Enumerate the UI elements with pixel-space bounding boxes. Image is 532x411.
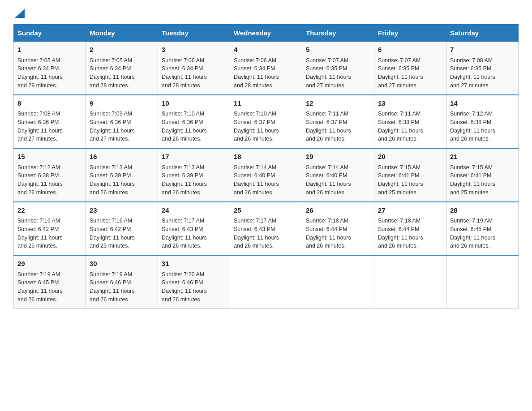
calendar-cell: 2Sunrise: 7:05 AMSunset: 6:34 PMDaylight… bbox=[86, 42, 158, 95]
calendar-body: 1Sunrise: 7:05 AMSunset: 6:34 PMDaylight… bbox=[14, 42, 519, 309]
calendar-cell: 27Sunrise: 7:18 AMSunset: 6:44 PMDayligh… bbox=[374, 202, 446, 256]
day-number: 11 bbox=[234, 98, 298, 109]
day-info: Sunrise: 7:19 AMSunset: 6:45 PMDaylight:… bbox=[17, 271, 63, 303]
day-info: Sunrise: 7:16 AMSunset: 6:42 PMDaylight:… bbox=[90, 218, 135, 249]
header-day-sunday: Sunday bbox=[14, 25, 86, 42]
day-info: Sunrise: 7:14 AMSunset: 6:40 PMDaylight:… bbox=[306, 164, 351, 196]
day-number: 20 bbox=[378, 152, 442, 162]
calendar-cell: 30Sunrise: 7:19 AMSunset: 6:46 PMDayligh… bbox=[86, 255, 158, 308]
calendar-cell: 22Sunrise: 7:16 AMSunset: 6:42 PMDayligh… bbox=[14, 202, 86, 256]
day-number: 16 bbox=[90, 152, 154, 162]
calendar-cell: 23Sunrise: 7:16 AMSunset: 6:42 PMDayligh… bbox=[86, 202, 158, 256]
day-number: 30 bbox=[90, 259, 154, 269]
day-info: Sunrise: 7:13 AMSunset: 6:39 PMDaylight:… bbox=[162, 164, 207, 196]
calendar-cell bbox=[446, 255, 519, 308]
day-info: Sunrise: 7:18 AMSunset: 6:44 PMDaylight:… bbox=[378, 218, 423, 249]
calendar-cell: 11Sunrise: 7:10 AMSunset: 6:37 PMDayligh… bbox=[230, 95, 302, 149]
header-day-wednesday: Wednesday bbox=[230, 25, 302, 42]
calendar-cell bbox=[302, 255, 374, 308]
day-info: Sunrise: 7:10 AMSunset: 6:36 PMDaylight:… bbox=[162, 111, 207, 142]
calendar-cell: 21Sunrise: 7:15 AMSunset: 6:41 PMDayligh… bbox=[446, 148, 519, 202]
day-number: 4 bbox=[234, 45, 298, 55]
day-info: Sunrise: 7:20 AMSunset: 6:46 PMDaylight:… bbox=[162, 271, 207, 303]
day-number: 7 bbox=[450, 45, 515, 55]
day-number: 5 bbox=[306, 45, 370, 55]
day-info: Sunrise: 7:19 AMSunset: 6:45 PMDaylight:… bbox=[450, 218, 495, 249]
calendar-cell: 28Sunrise: 7:19 AMSunset: 6:45 PMDayligh… bbox=[446, 202, 519, 256]
calendar-cell: 4Sunrise: 7:06 AMSunset: 6:34 PMDaylight… bbox=[230, 42, 302, 95]
calendar-cell: 25Sunrise: 7:17 AMSunset: 6:43 PMDayligh… bbox=[230, 202, 302, 256]
calendar-cell: 9Sunrise: 7:09 AMSunset: 6:36 PMDaylight… bbox=[86, 95, 158, 149]
calendar-cell: 5Sunrise: 7:07 AMSunset: 6:35 PMDaylight… bbox=[302, 42, 374, 95]
logo-triangle-icon bbox=[15, 9, 25, 18]
calendar-cell: 14Sunrise: 7:12 AMSunset: 6:38 PMDayligh… bbox=[446, 95, 519, 149]
calendar-cell bbox=[374, 255, 446, 308]
header-day-friday: Friday bbox=[374, 25, 446, 42]
day-number: 24 bbox=[162, 206, 226, 216]
calendar-week-4: 22Sunrise: 7:16 AMSunset: 6:42 PMDayligh… bbox=[14, 202, 519, 256]
day-number: 21 bbox=[450, 152, 515, 162]
day-number: 10 bbox=[162, 98, 226, 109]
day-number: 8 bbox=[17, 98, 82, 109]
day-number: 22 bbox=[17, 206, 82, 216]
calendar-week-1: 1Sunrise: 7:05 AMSunset: 6:34 PMDaylight… bbox=[14, 42, 519, 95]
calendar-cell: 16Sunrise: 7:13 AMSunset: 6:39 PMDayligh… bbox=[86, 148, 158, 202]
day-info: Sunrise: 7:18 AMSunset: 6:44 PMDaylight:… bbox=[306, 218, 351, 249]
calendar-week-2: 8Sunrise: 7:08 AMSunset: 6:36 PMDaylight… bbox=[14, 95, 519, 149]
page-header bbox=[13, 9, 519, 16]
calendar-cell: 10Sunrise: 7:10 AMSunset: 6:36 PMDayligh… bbox=[158, 95, 230, 149]
day-number: 31 bbox=[162, 259, 226, 269]
day-info: Sunrise: 7:06 AMSunset: 6:34 PMDaylight:… bbox=[162, 57, 207, 89]
calendar-cell: 15Sunrise: 7:12 AMSunset: 6:38 PMDayligh… bbox=[14, 148, 86, 202]
calendar-cell: 29Sunrise: 7:19 AMSunset: 6:45 PMDayligh… bbox=[14, 255, 86, 308]
day-number: 23 bbox=[90, 206, 154, 216]
header-day-monday: Monday bbox=[86, 25, 158, 42]
day-number: 9 bbox=[90, 98, 154, 109]
day-info: Sunrise: 7:08 AMSunset: 6:35 PMDaylight:… bbox=[450, 57, 495, 89]
day-info: Sunrise: 7:11 AMSunset: 6:37 PMDaylight:… bbox=[306, 111, 351, 142]
day-info: Sunrise: 7:17 AMSunset: 6:43 PMDaylight:… bbox=[234, 218, 279, 249]
header-day-saturday: Saturday bbox=[446, 25, 519, 42]
day-info: Sunrise: 7:16 AMSunset: 6:42 PMDaylight:… bbox=[17, 218, 63, 249]
header-day-thursday: Thursday bbox=[302, 25, 374, 42]
day-info: Sunrise: 7:13 AMSunset: 6:39 PMDaylight:… bbox=[90, 164, 135, 196]
calendar-cell bbox=[230, 255, 302, 308]
day-number: 6 bbox=[378, 45, 442, 55]
day-number: 3 bbox=[162, 45, 226, 55]
day-info: Sunrise: 7:07 AMSunset: 6:35 PMDaylight:… bbox=[306, 57, 351, 89]
calendar-cell: 24Sunrise: 7:17 AMSunset: 6:43 PMDayligh… bbox=[158, 202, 230, 256]
day-number: 18 bbox=[234, 152, 298, 162]
calendar-cell: 6Sunrise: 7:07 AMSunset: 6:35 PMDaylight… bbox=[374, 42, 446, 95]
day-info: Sunrise: 7:17 AMSunset: 6:43 PMDaylight:… bbox=[162, 218, 207, 249]
day-number: 25 bbox=[234, 206, 298, 216]
day-info: Sunrise: 7:14 AMSunset: 6:40 PMDaylight:… bbox=[234, 164, 279, 196]
calendar-cell: 26Sunrise: 7:18 AMSunset: 6:44 PMDayligh… bbox=[302, 202, 374, 256]
day-number: 19 bbox=[306, 152, 370, 162]
day-info: Sunrise: 7:19 AMSunset: 6:46 PMDaylight:… bbox=[90, 271, 135, 303]
calendar-cell: 18Sunrise: 7:14 AMSunset: 6:40 PMDayligh… bbox=[230, 148, 302, 202]
day-number: 13 bbox=[378, 98, 442, 109]
calendar-cell: 8Sunrise: 7:08 AMSunset: 6:36 PMDaylight… bbox=[14, 95, 86, 149]
day-info: Sunrise: 7:06 AMSunset: 6:34 PMDaylight:… bbox=[234, 57, 279, 89]
header-day-tuesday: Tuesday bbox=[158, 25, 230, 42]
day-number: 15 bbox=[17, 152, 82, 162]
calendar-table: SundayMondayTuesdayWednesdayThursdayFrid… bbox=[13, 24, 519, 309]
day-info: Sunrise: 7:10 AMSunset: 6:37 PMDaylight:… bbox=[234, 111, 279, 142]
calendar-week-3: 15Sunrise: 7:12 AMSunset: 6:38 PMDayligh… bbox=[14, 148, 519, 202]
day-info: Sunrise: 7:15 AMSunset: 6:41 PMDaylight:… bbox=[450, 164, 495, 196]
day-info: Sunrise: 7:07 AMSunset: 6:35 PMDaylight:… bbox=[378, 57, 423, 89]
day-number: 17 bbox=[162, 152, 226, 162]
logo bbox=[13, 9, 25, 16]
day-number: 29 bbox=[17, 259, 82, 269]
svg-marker-0 bbox=[15, 9, 25, 18]
day-number: 2 bbox=[90, 45, 154, 55]
day-info: Sunrise: 7:05 AMSunset: 6:34 PMDaylight:… bbox=[17, 57, 63, 89]
day-info: Sunrise: 7:11 AMSunset: 6:38 PMDaylight:… bbox=[378, 111, 423, 142]
calendar-cell: 7Sunrise: 7:08 AMSunset: 6:35 PMDaylight… bbox=[446, 42, 519, 95]
calendar-cell: 31Sunrise: 7:20 AMSunset: 6:46 PMDayligh… bbox=[158, 255, 230, 308]
day-info: Sunrise: 7:08 AMSunset: 6:36 PMDaylight:… bbox=[17, 111, 63, 142]
day-info: Sunrise: 7:15 AMSunset: 6:41 PMDaylight:… bbox=[378, 164, 423, 196]
calendar-cell: 20Sunrise: 7:15 AMSunset: 6:41 PMDayligh… bbox=[374, 148, 446, 202]
day-info: Sunrise: 7:12 AMSunset: 6:38 PMDaylight:… bbox=[450, 111, 495, 142]
calendar-week-5: 29Sunrise: 7:19 AMSunset: 6:45 PMDayligh… bbox=[14, 255, 519, 308]
